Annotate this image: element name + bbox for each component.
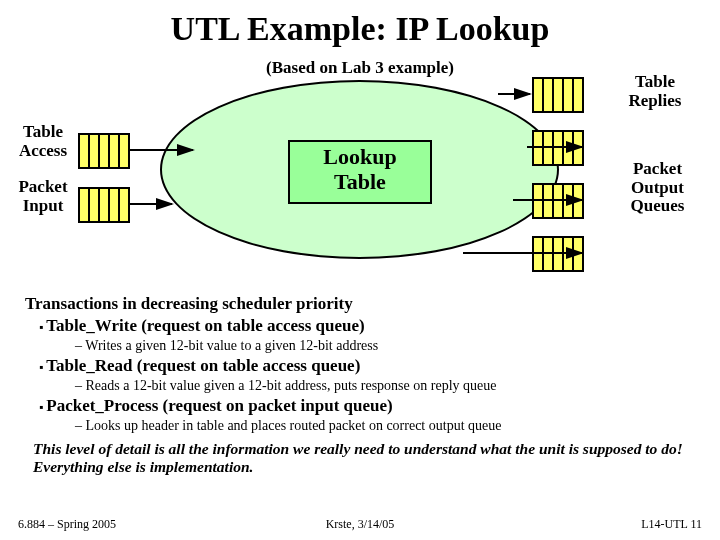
bullet-2: Packet_Process (request on packet input …	[25, 396, 695, 416]
queue-packet-input	[78, 187, 130, 227]
diagram: LookupTable TableAccess PacketInput Tabl…	[0, 65, 720, 295]
bullet-0: Table_Write (request on table access que…	[25, 316, 695, 336]
label-table-access: TableAccess	[12, 123, 74, 160]
queue-output-2	[532, 183, 584, 223]
detail-0: Writes a given 12-bit value to a given 1…	[25, 338, 695, 354]
body-heading: Transactions in decreasing scheduler pri…	[25, 294, 695, 314]
body-text: Transactions in decreasing scheduler pri…	[25, 290, 695, 476]
bullet-1: Table_Read (request on table access queu…	[25, 356, 695, 376]
label-packet-output: PacketOutputQueues	[615, 160, 700, 216]
footer-right: L14-UTL 11	[641, 517, 702, 532]
lookup-table-box: LookupTable	[288, 140, 432, 204]
label-packet-input: PacketInput	[12, 178, 74, 215]
label-table-replies: TableReplies	[615, 73, 695, 110]
lookup-table-label: LookupTable	[323, 144, 396, 194]
footer-center: Krste, 3/14/05	[18, 517, 702, 532]
queue-output-3	[532, 236, 584, 276]
queue-output-1	[532, 130, 584, 170]
queue-table-access	[78, 133, 130, 173]
detail-1: Reads a 12-bit value given a 12-bit addr…	[25, 378, 695, 394]
summary: This level of detail is all the informat…	[25, 440, 695, 476]
detail-2: Looks up header in table and places rout…	[25, 418, 695, 434]
queue-table-replies	[532, 77, 584, 117]
slide-title: UTL Example: IP Lookup	[0, 10, 720, 48]
